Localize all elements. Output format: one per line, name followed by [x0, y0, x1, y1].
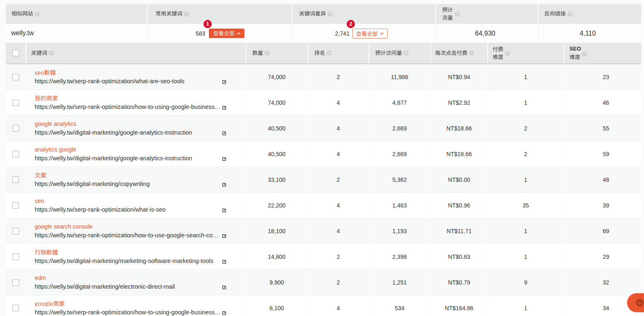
svg-text:?: ? — [639, 301, 641, 305]
